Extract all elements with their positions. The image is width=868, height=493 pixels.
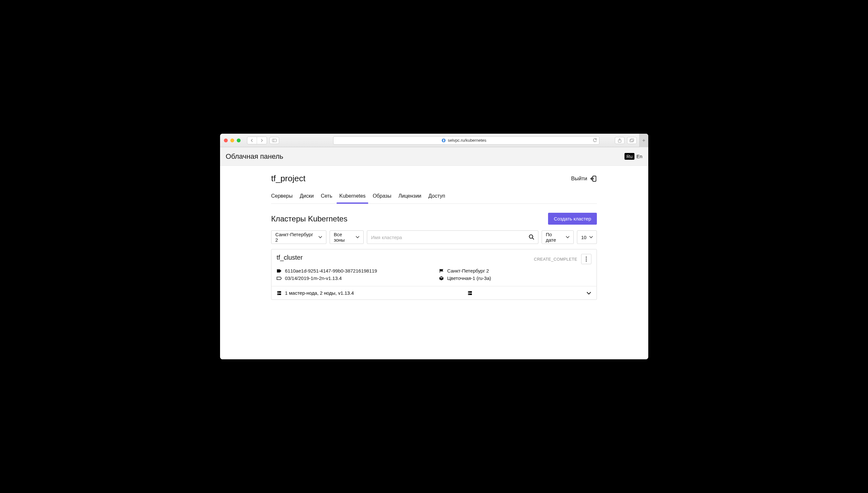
region-select-value: Санкт-Петербург 2 (275, 232, 316, 243)
browser-toolbar: selvpc.ru/kubernetes (220, 134, 648, 147)
cube-icon (439, 276, 444, 281)
reload-button[interactable] (593, 138, 597, 143)
cluster-region-row: Санкт-Петербург 2 (439, 268, 592, 274)
search-input-wrap (367, 231, 538, 244)
search-icon (529, 234, 535, 240)
svg-rect-4 (630, 140, 633, 142)
svg-point-15 (278, 294, 279, 294)
cluster-expand-row[interactable]: 1 мастер-нода, 2 ноды, v1.13.4 (271, 286, 597, 300)
tab-лицензии[interactable]: Лицензии (398, 190, 421, 203)
share-button[interactable] (615, 137, 624, 144)
browser-right-tools (615, 134, 644, 147)
cluster-region: Санкт-Петербург 2 (447, 268, 489, 274)
section-title: Кластеры Kubernetes (271, 214, 347, 223)
cluster-nodes-summary: 1 мастер-нода, 2 ноды, v1.13.4 (285, 290, 354, 296)
chevron-down-icon (318, 236, 322, 238)
main-content: tf_project Выйти СерверыДискиСетьKuberne… (271, 166, 597, 319)
cluster-template: 03/14/2019-1m-2n-v1.13.4 (285, 275, 342, 281)
cluster-id-row: 6110ae1d-9251-4147-99b0-387216198119 (276, 268, 429, 274)
app-topbar: Облачная панель Ru En (220, 147, 648, 166)
zone-select-value: Все зоны (334, 232, 353, 243)
nav-back-forward (247, 136, 267, 144)
logout-button[interactable]: Выйти (571, 175, 597, 182)
forward-button[interactable] (257, 137, 267, 144)
flag-icon (439, 269, 444, 274)
language-en-button[interactable]: En (637, 154, 642, 159)
sidebar-toggle-button[interactable] (269, 137, 279, 144)
server-icon (467, 291, 472, 296)
svg-point-11 (586, 260, 586, 261)
url-text: selvpc.ru/kubernetes (448, 138, 486, 143)
cluster-template-row: 03/14/2019-1m-2n-v1.13.4 (276, 275, 429, 281)
nav-tabs: СерверыДискиСетьKubernetesОбразыЛицензии… (271, 190, 597, 204)
sort-select-value: По дате (546, 232, 563, 243)
more-vertical-icon (586, 256, 587, 262)
app-brand: Облачная панель (226, 152, 283, 161)
cluster-id: 6110ae1d-9251-4147-99b0-387216198119 (285, 268, 377, 274)
tab-диски[interactable]: Диски (300, 190, 314, 203)
svg-point-14 (278, 292, 279, 292)
sort-select[interactable]: По дате (542, 231, 574, 244)
tabs-button[interactable] (627, 137, 637, 144)
back-button[interactable] (247, 137, 257, 144)
maximize-window-button[interactable] (237, 138, 241, 142)
cluster-name[interactable]: tf_cluster (276, 254, 303, 261)
svg-point-10 (586, 258, 586, 259)
browser-window: selvpc.ru/kubernetes Облачная панель Ru … (220, 134, 648, 359)
label-icon (276, 276, 282, 281)
minimize-window-button[interactable] (230, 138, 234, 142)
chevron-down-icon (589, 236, 593, 238)
page-size-select[interactable]: 10 (577, 231, 597, 244)
server-icon (276, 291, 282, 296)
svg-rect-0 (272, 139, 276, 142)
logout-icon (590, 175, 597, 182)
cluster-status: CREATE_COMPLETE (534, 257, 577, 262)
create-cluster-button[interactable]: Создать кластер (548, 213, 597, 224)
cluster-card: tf_cluster CREATE_COMPLETE 6110ae1d-9251… (271, 249, 597, 300)
cluster-search-input[interactable] (371, 235, 534, 240)
page-size-value: 10 (581, 235, 586, 240)
chevron-down-icon (356, 236, 359, 238)
cluster-menu-button[interactable] (581, 254, 592, 264)
region-select[interactable]: Санкт-Петербург 2 (271, 231, 326, 244)
svg-rect-5 (630, 138, 634, 141)
svg-point-9 (586, 256, 586, 257)
language-ru-button[interactable]: Ru (624, 153, 635, 160)
cluster-zone-row: Цветочная-1 (ru-3a) (439, 275, 592, 281)
site-icon (441, 138, 446, 143)
tab-доступ[interactable]: Доступ (428, 190, 445, 203)
svg-point-18 (469, 292, 469, 292)
chevron-down-icon (566, 236, 570, 238)
zone-select[interactable]: Все зоны (330, 231, 364, 244)
tag-icon (276, 269, 282, 274)
language-switch: Ru En (624, 153, 643, 160)
cluster-zone: Цветочная-1 (ru-3a) (447, 275, 491, 281)
project-title: tf_project (271, 174, 306, 184)
tab-kubernetes[interactable]: Kubernetes (339, 190, 365, 203)
page-content: Облачная панель Ru En tf_project Выйти С… (220, 147, 648, 359)
filter-bar: Санкт-Петербург 2 Все зоны По дате (271, 231, 597, 244)
close-window-button[interactable] (224, 138, 228, 142)
tab-образы[interactable]: Образы (373, 190, 391, 203)
svg-point-7 (529, 235, 533, 238)
address-bar[interactable]: selvpc.ru/kubernetes (333, 136, 599, 145)
window-controls (224, 138, 241, 142)
svg-line-8 (533, 238, 534, 240)
chevron-down-icon (586, 292, 592, 295)
logout-label: Выйти (571, 175, 587, 182)
new-tab-button[interactable] (639, 134, 648, 147)
tab-серверы[interactable]: Серверы (271, 190, 293, 203)
svg-point-19 (469, 294, 469, 294)
tab-сеть[interactable]: Сеть (321, 190, 333, 203)
